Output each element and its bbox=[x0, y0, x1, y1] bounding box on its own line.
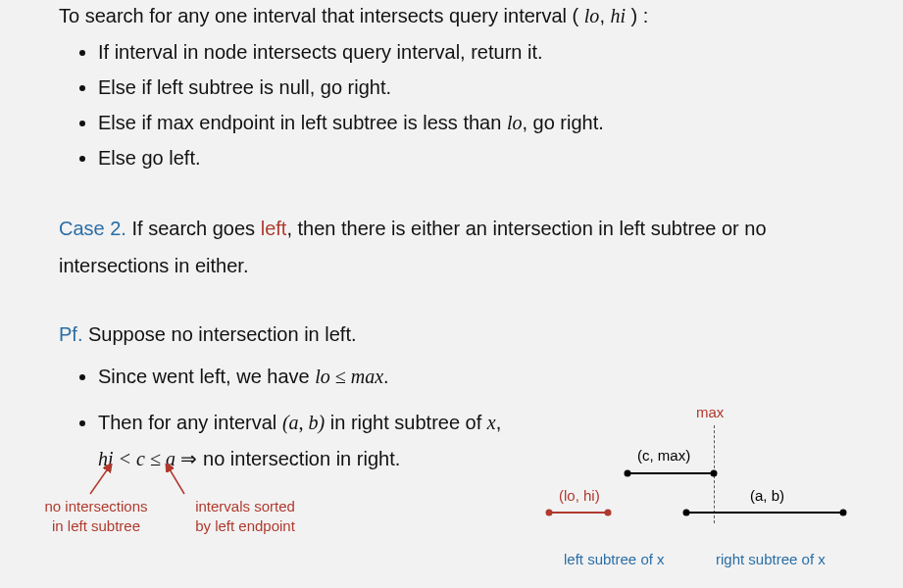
case-left: left bbox=[261, 218, 287, 239]
svg-line-1 bbox=[167, 465, 184, 494]
cmax-segment bbox=[627, 472, 714, 474]
intro-prefix: To search for any one interval that inte… bbox=[59, 5, 584, 26]
alg-item-3: Else if max endpoint in left subtree is … bbox=[98, 110, 844, 135]
cmax-dot-r bbox=[711, 470, 718, 477]
intro-line: To search for any one interval that inte… bbox=[59, 2, 844, 29]
cmax-label: (c, max) bbox=[637, 447, 690, 464]
cmax-dot-l bbox=[625, 470, 631, 477]
alg3-p2: , go right. bbox=[522, 112, 603, 133]
left-subtree-label: left subtree of x bbox=[564, 551, 665, 567]
lohi-dot-r bbox=[605, 510, 612, 516]
interval-diagram: max (c, max) (lo, hi) (a, b) left subtre… bbox=[539, 404, 882, 580]
alg-item-4: Else go left. bbox=[98, 145, 844, 171]
lohi-label: (lo, hi) bbox=[559, 487, 600, 504]
anno1-l1: no intersections bbox=[44, 498, 147, 514]
max-label: max bbox=[696, 404, 724, 420]
pf1-expr: lo ≤ max bbox=[315, 366, 383, 387]
pf1-p2: . bbox=[383, 366, 389, 387]
anno2-l1: intervals sorted bbox=[195, 498, 295, 514]
pf-label: Pf. bbox=[59, 323, 82, 345]
annotation-no-intersections: no intersections in left subtree bbox=[27, 497, 165, 537]
pf2-ab: (a, b) bbox=[282, 412, 325, 433]
lo-var: lo bbox=[584, 5, 600, 26]
anno2-l2: by left endpoint bbox=[195, 517, 295, 534]
proof-line: Pf. Suppose no intersection in left. bbox=[59, 319, 844, 349]
pf2-p2: in right subtree of bbox=[325, 412, 487, 433]
annotation-intervals-sorted: intervals sorted by left endpoint bbox=[172, 497, 319, 537]
slide: To search for any one interval that inte… bbox=[0, 2, 903, 588]
case-2: Case 2. If search goes left, then there … bbox=[59, 210, 844, 284]
pf2-x: x bbox=[487, 412, 496, 433]
alg-item-2: Else if left subtree is null, go right. bbox=[98, 74, 844, 100]
anno1-l2: in left subtree bbox=[52, 517, 140, 534]
ab-dot-l bbox=[683, 510, 690, 516]
pf-item-1: Since went left, we have lo ≤ max. bbox=[98, 359, 844, 395]
alg-item-1: If interval in node intersects query int… bbox=[98, 39, 844, 65]
svg-line-0 bbox=[90, 465, 111, 494]
ab-dot-r bbox=[840, 510, 847, 516]
right-subtree-label: right subtree of x bbox=[716, 551, 826, 567]
lohi-dot-l bbox=[546, 510, 553, 516]
alg3-p1: Else if max endpoint in left subtree is … bbox=[98, 112, 507, 133]
arrow-2-icon bbox=[157, 461, 196, 500]
case-label: Case 2. bbox=[59, 218, 126, 239]
lohi-segment bbox=[549, 512, 608, 514]
pf-text: Suppose no intersection in left. bbox=[82, 323, 356, 345]
pf2-tail: no intersection in right. bbox=[203, 448, 400, 469]
intro-suffix: ) : bbox=[626, 5, 648, 26]
ab-segment bbox=[686, 512, 843, 514]
pf2-p3: , bbox=[496, 412, 502, 433]
ab-label: (a, b) bbox=[750, 487, 784, 504]
pf1-p1: Since went left, we have bbox=[98, 366, 315, 387]
case-p1: If search goes bbox=[126, 218, 261, 239]
alg3-lo: lo bbox=[507, 112, 523, 133]
intro-comma: , bbox=[599, 5, 610, 26]
arrow-1-icon bbox=[83, 461, 123, 500]
algorithm-list: If interval in node intersects query int… bbox=[59, 39, 844, 171]
hi-var: hi bbox=[611, 5, 627, 26]
pf2-p1: Then for any interval bbox=[98, 412, 282, 433]
